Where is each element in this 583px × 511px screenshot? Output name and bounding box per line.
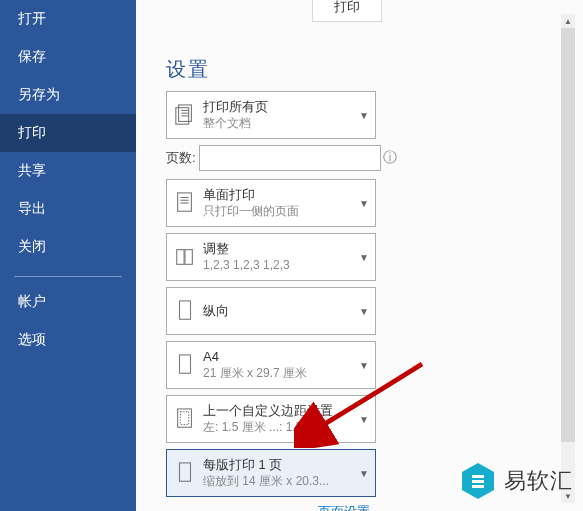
settings-title: 设置 bbox=[166, 56, 400, 83]
settings-block: 设置 打印所有页 整个文档 ▼ 页数: ⓘ bbox=[166, 56, 400, 511]
root: 打开 保存 另存为 打印 共享 导出 关闭 帐户 选项 打印 设置 打印所有页 … bbox=[0, 0, 583, 511]
watermark: 易软汇 bbox=[460, 461, 573, 501]
sidebar-separator bbox=[14, 276, 122, 277]
sidebar-item-options[interactable]: 选项 bbox=[0, 321, 136, 359]
pages-row: 页数: ⓘ bbox=[166, 145, 400, 171]
dropdown-text: 每版打印 1 页 缩放到 14 厘米 x 20.3... bbox=[203, 457, 353, 489]
page-icon bbox=[167, 460, 203, 486]
svg-rect-5 bbox=[178, 193, 192, 211]
dropdown-pages-per-sheet[interactable]: 每版打印 1 页 缩放到 14 厘米 x 20.3... ▼ bbox=[166, 449, 376, 497]
print-button-label: 打印 bbox=[334, 0, 360, 14]
page-icon bbox=[167, 190, 203, 216]
watermark-text: 易软汇 bbox=[504, 466, 573, 496]
sidebar-label: 保存 bbox=[18, 48, 46, 66]
dropdown-primary-text: 纵向 bbox=[203, 303, 353, 320]
dropdown-print-scope[interactable]: 打印所有页 整个文档 ▼ bbox=[166, 91, 376, 139]
dropdown-text: 单面打印 只打印一侧的页面 bbox=[203, 187, 353, 219]
svg-rect-14 bbox=[180, 412, 188, 425]
info-icon[interactable]: ⓘ bbox=[381, 147, 400, 169]
page-icon bbox=[167, 352, 203, 378]
chevron-down-icon: ▼ bbox=[353, 468, 375, 479]
dropdown-secondary-text: 只打印一侧的页面 bbox=[203, 204, 353, 220]
portrait-icon bbox=[167, 298, 203, 324]
margins-icon bbox=[167, 406, 203, 432]
page-setup-link[interactable]: 页面设置 bbox=[166, 503, 376, 511]
sidebar-item-close[interactable]: 关闭 bbox=[0, 228, 136, 266]
svg-rect-17 bbox=[472, 475, 484, 478]
sidebar-item-account[interactable]: 帐户 bbox=[0, 283, 136, 321]
collate-icon bbox=[167, 244, 203, 270]
chevron-down-icon: ▼ bbox=[353, 252, 375, 263]
sidebar-label: 共享 bbox=[18, 162, 46, 180]
dropdown-margins[interactable]: 上一个自定义边距设置 左: 1.5 厘米 ...: 1.5... ▼ bbox=[166, 395, 376, 443]
sidebar-item-save[interactable]: 保存 bbox=[0, 38, 136, 76]
sidebar-item-export[interactable]: 导出 bbox=[0, 190, 136, 228]
dropdown-primary-text: A4 bbox=[203, 349, 353, 366]
dropdown-primary-text: 上一个自定义边距设置 bbox=[203, 403, 353, 420]
chevron-down-icon: ▼ bbox=[353, 110, 375, 121]
dropdown-secondary-text: 整个文档 bbox=[203, 116, 353, 132]
sidebar-item-print[interactable]: 打印 bbox=[0, 114, 136, 152]
sidebar: 打开 保存 另存为 打印 共享 导出 关闭 帐户 选项 bbox=[0, 0, 136, 511]
svg-rect-18 bbox=[472, 480, 484, 483]
dropdown-secondary-text: 1,2,3 1,2,3 1,2,3 bbox=[203, 258, 353, 274]
print-button[interactable]: 打印 bbox=[312, 0, 382, 22]
chevron-down-icon: ▼ bbox=[353, 360, 375, 371]
pages-input[interactable] bbox=[199, 145, 381, 171]
chevron-down-icon: ▼ bbox=[353, 306, 375, 317]
dropdown-text: 打印所有页 整个文档 bbox=[203, 99, 353, 131]
sidebar-label: 打印 bbox=[18, 124, 46, 142]
dropdown-text: 调整 1,2,3 1,2,3 1,2,3 bbox=[203, 241, 353, 273]
chevron-down-icon: ▼ bbox=[353, 414, 375, 425]
sidebar-label: 帐户 bbox=[18, 293, 46, 311]
dropdown-primary-text: 每版打印 1 页 bbox=[203, 457, 353, 474]
sidebar-item-share[interactable]: 共享 bbox=[0, 152, 136, 190]
sidebar-label: 选项 bbox=[18, 331, 46, 349]
dropdown-text: A4 21 厘米 x 29.7 厘米 bbox=[203, 349, 353, 381]
dropdown-primary-text: 调整 bbox=[203, 241, 353, 258]
svg-rect-9 bbox=[177, 250, 184, 265]
dropdown-secondary-text: 左: 1.5 厘米 ...: 1.5... bbox=[203, 420, 353, 436]
chevron-down-icon: ▼ bbox=[353, 198, 375, 209]
sidebar-item-open[interactable]: 打开 bbox=[0, 0, 136, 38]
dropdown-secondary-text: 缩放到 14 厘米 x 20.3... bbox=[203, 474, 353, 490]
svg-rect-15 bbox=[180, 463, 191, 481]
sidebar-label: 打开 bbox=[18, 10, 46, 28]
dropdown-paper-size[interactable]: A4 21 厘米 x 29.7 厘米 ▼ bbox=[166, 341, 376, 389]
dropdown-primary-text: 单面打印 bbox=[203, 187, 353, 204]
svg-rect-19 bbox=[472, 485, 484, 488]
scrollbar[interactable]: ▲ ▼ bbox=[561, 14, 575, 503]
svg-rect-11 bbox=[180, 301, 191, 319]
sidebar-item-saveas[interactable]: 另存为 bbox=[0, 76, 136, 114]
scroll-up-icon[interactable]: ▲ bbox=[561, 14, 575, 28]
dropdown-collate[interactable]: 调整 1,2,3 1,2,3 1,2,3 ▼ bbox=[166, 233, 376, 281]
pages-label: 页数: bbox=[166, 149, 199, 167]
main-panel: 打印 设置 打印所有页 整个文档 ▼ 页数: ⓘ bbox=[136, 0, 583, 511]
scrollbar-thumb[interactable] bbox=[561, 28, 575, 442]
dropdown-orientation[interactable]: 纵向 ▼ bbox=[166, 287, 376, 335]
sidebar-label: 导出 bbox=[18, 200, 46, 218]
sidebar-label: 关闭 bbox=[18, 238, 46, 256]
dropdown-text: 纵向 bbox=[203, 303, 353, 320]
dropdown-secondary-text: 21 厘米 x 29.7 厘米 bbox=[203, 366, 353, 382]
sidebar-label: 另存为 bbox=[18, 86, 60, 104]
svg-rect-10 bbox=[185, 250, 192, 265]
dropdown-primary-text: 打印所有页 bbox=[203, 99, 353, 116]
dropdown-one-sided[interactable]: 单面打印 只打印一侧的页面 ▼ bbox=[166, 179, 376, 227]
watermark-logo-icon bbox=[460, 461, 496, 501]
stack-icon bbox=[167, 102, 203, 128]
dropdown-text: 上一个自定义边距设置 左: 1.5 厘米 ...: 1.5... bbox=[203, 403, 353, 435]
svg-rect-12 bbox=[180, 355, 191, 373]
